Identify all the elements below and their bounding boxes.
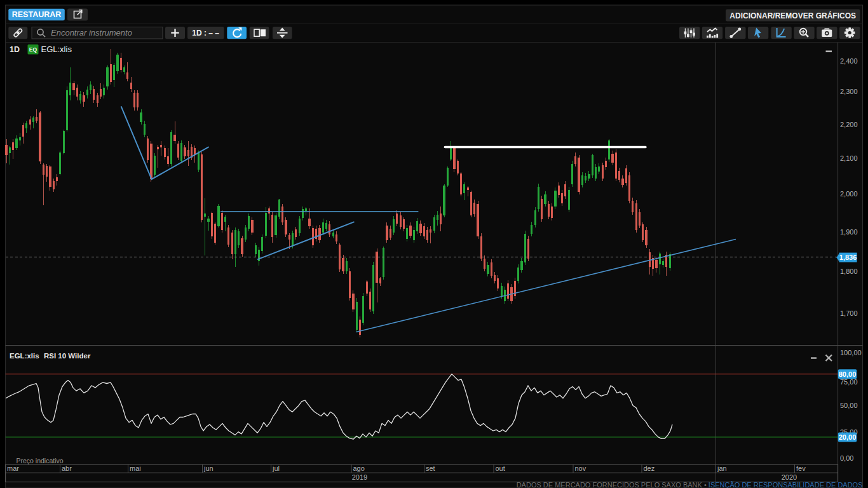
svg-text:Preço indicativo: Preço indicativo [17,457,64,464]
svg-text:RSI 10 Wilder: RSI 10 Wilder [44,352,91,360]
svg-text:DADOS DE MERCADO FORNECIDOS PE: DADOS DE MERCADO FORNECIDOS PELO SAXO BA… [517,481,863,488]
svg-text:1D: 1D [10,45,20,54]
svg-text:jun: jun [203,464,214,472]
svg-text:mar: mar [7,464,19,472]
svg-text:dez: dez [644,464,655,472]
svg-text:out: out [496,464,505,472]
svg-text:100,00: 100,00 [840,349,862,356]
svg-text:abr: abr [62,464,72,472]
svg-text:ago: ago [353,464,365,472]
svg-text:2020: 2020 [782,473,797,481]
svg-text:20,00: 20,00 [839,433,857,441]
svg-text:2,400: 2,400 [840,57,858,65]
svg-text:1D : – –: 1D : – – [192,29,219,37]
svg-text:50,00: 50,00 [840,402,858,409]
svg-text:jul: jul [272,464,280,472]
svg-text:2,000: 2,000 [840,190,858,198]
svg-text:nov: nov [575,464,587,472]
svg-text:ADICIONAR/REMOVER GRÁFICOS: ADICIONAR/REMOVER GRÁFICOS [729,11,856,20]
svg-text:EQ: EQ [29,46,37,53]
svg-text:1,836: 1,836 [839,254,857,261]
svg-text:0,00: 0,00 [840,454,853,462]
svg-text:EGL:xlis: EGL:xlis [41,44,72,54]
svg-text:1,800: 1,800 [840,268,858,275]
svg-text:RESTAURAR: RESTAURAR [12,10,62,19]
svg-text:EGL:xlis: EGL:xlis [10,352,39,360]
svg-text:2,100: 2,100 [840,154,858,162]
svg-text:set: set [426,464,435,472]
svg-text:Encontrar instrumento: Encontrar instrumento [51,28,132,37]
svg-text:1,900: 1,900 [840,228,858,236]
svg-text:1,700: 1,700 [840,309,858,317]
svg-text:2,200: 2,200 [840,121,858,128]
svg-text:mai: mai [130,464,141,472]
svg-text:jan: jan [717,464,727,472]
svg-text:2,300: 2,300 [840,88,858,95]
svg-text:2019: 2019 [352,473,367,481]
svg-text:80,00: 80,00 [839,370,857,378]
svg-text:fev: fev [796,464,806,472]
